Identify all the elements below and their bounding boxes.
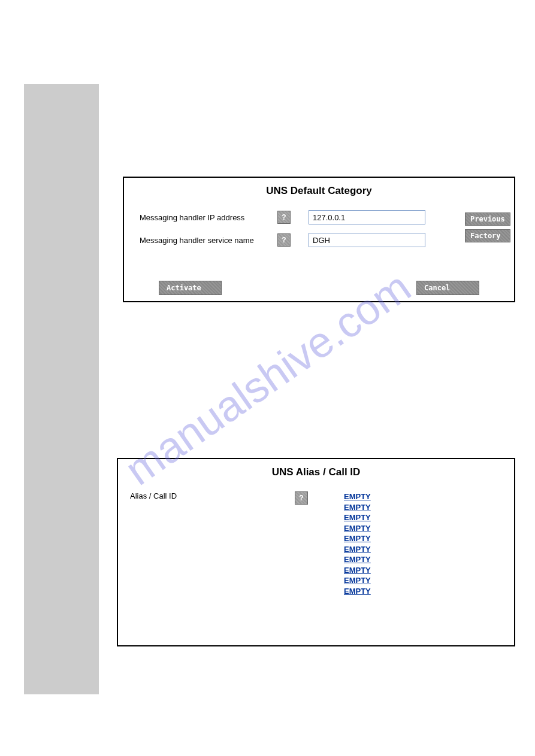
help-icon[interactable]: ?: [295, 491, 308, 505]
field-row-ip: Messaging handler IP address ?: [124, 210, 514, 224]
ip-address-input[interactable]: [309, 210, 425, 224]
help-icon[interactable]: ?: [277, 233, 291, 247]
previous-button[interactable]: Previous: [465, 212, 510, 226]
alias-list: EMPTY EMPTY EMPTY EMPTY EMPTY EMPTY EMPT…: [344, 491, 371, 596]
alias-link[interactable]: EMPTY: [344, 533, 371, 544]
side-button-group: Previous Factory: [465, 212, 510, 246]
label-ip-address: Messaging handler IP address: [140, 213, 277, 222]
alias-link[interactable]: EMPTY: [344, 575, 371, 586]
uns-default-category-panel: UNS Default Category Messaging handler I…: [123, 177, 515, 302]
alias-row: Alias / Call ID ? EMPTY EMPTY EMPTY EMPT…: [118, 491, 514, 596]
uns-alias-panel: UNS Alias / Call ID Alias / Call ID ? EM…: [117, 458, 515, 646]
panel-title: UNS Alias / Call ID: [118, 466, 514, 478]
alias-link[interactable]: EMPTY: [344, 491, 371, 502]
panel-title: UNS Default Category: [124, 185, 514, 197]
alias-link[interactable]: EMPTY: [344, 554, 371, 565]
alias-link[interactable]: EMPTY: [344, 512, 371, 523]
label-service-name: Messaging handler service name: [140, 236, 277, 245]
help-icon[interactable]: ?: [277, 211, 291, 224]
bottom-button-group: Activate Cancel: [124, 281, 514, 295]
service-name-input[interactable]: [309, 233, 425, 247]
alias-link[interactable]: EMPTY: [344, 586, 371, 597]
sidebar-strip: [24, 84, 99, 694]
cancel-button[interactable]: Cancel: [416, 281, 479, 295]
alias-link[interactable]: EMPTY: [344, 502, 371, 513]
field-row-service: Messaging handler service name ?: [124, 233, 514, 247]
alias-link[interactable]: EMPTY: [344, 544, 371, 555]
factory-button[interactable]: Factory: [465, 229, 510, 242]
activate-button[interactable]: Activate: [159, 281, 222, 295]
alias-link[interactable]: EMPTY: [344, 523, 371, 534]
alias-link[interactable]: EMPTY: [344, 565, 371, 576]
label-alias: Alias / Call ID: [130, 491, 295, 500]
